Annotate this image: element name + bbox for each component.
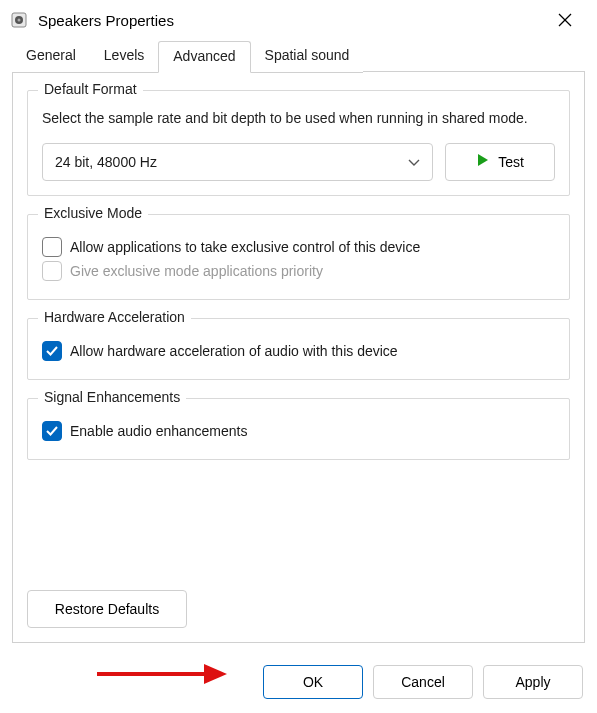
cancel-button[interactable]: Cancel — [373, 665, 473, 699]
sample-rate-combo[interactable]: 24 bit, 48000 Hz — [42, 143, 433, 181]
window-title: Speakers Properties — [38, 12, 543, 29]
tab-spatial[interactable]: Spatial sound — [251, 41, 364, 73]
dialog-footer: OK Cancel Apply — [0, 655, 597, 713]
svg-point-2 — [18, 19, 21, 22]
ok-label: OK — [303, 674, 323, 690]
properties-window: Speakers Properties General Levels Advan… — [0, 0, 597, 713]
allow-exclusive-checkbox[interactable] — [42, 237, 62, 257]
close-button[interactable] — [543, 4, 587, 36]
tab-general[interactable]: General — [12, 41, 90, 73]
allow-hw-row[interactable]: Allow hardware acceleration of audio wit… — [42, 341, 555, 361]
allow-hw-checkbox[interactable] — [42, 341, 62, 361]
tab-strip: General Levels Advanced Spatial sound — [12, 40, 585, 72]
sample-rate-value: 24 bit, 48000 Hz — [55, 154, 157, 170]
allow-exclusive-row[interactable]: Allow applications to take exclusive con… — [42, 237, 555, 257]
allow-exclusive-label: Allow applications to take exclusive con… — [70, 239, 420, 255]
give-priority-label: Give exclusive mode applications priorit… — [70, 263, 323, 279]
enable-enh-label: Enable audio enhancements — [70, 423, 247, 439]
default-format-description: Select the sample rate and bit depth to … — [42, 109, 555, 129]
svg-marker-5 — [478, 154, 488, 166]
group-hardware-accel: Hardware Acceleration Allow hardware acc… — [27, 318, 570, 380]
enable-enh-checkbox[interactable] — [42, 421, 62, 441]
tab-content-advanced: Default Format Select the sample rate an… — [12, 72, 585, 643]
allow-hw-label: Allow hardware acceleration of audio wit… — [70, 343, 398, 359]
restore-defaults-button[interactable]: Restore Defaults — [27, 590, 187, 628]
give-priority-checkbox — [42, 261, 62, 281]
legend-exclusive-mode: Exclusive Mode — [38, 205, 148, 221]
legend-hardware-accel: Hardware Acceleration — [38, 309, 191, 325]
group-signal-enh: Signal Enhancements Enable audio enhance… — [27, 398, 570, 460]
cancel-label: Cancel — [401, 674, 445, 690]
play-icon — [476, 153, 490, 170]
group-default-format: Default Format Select the sample rate an… — [27, 90, 570, 196]
tab-levels[interactable]: Levels — [90, 41, 158, 73]
give-priority-row: Give exclusive mode applications priorit… — [42, 261, 555, 281]
chevron-down-icon — [408, 154, 420, 170]
tab-advanced[interactable]: Advanced — [158, 41, 250, 73]
group-exclusive-mode: Exclusive Mode Allow applications to tak… — [27, 214, 570, 300]
test-button-label: Test — [498, 154, 524, 170]
ok-button[interactable]: OK — [263, 665, 363, 699]
legend-default-format: Default Format — [38, 81, 143, 97]
apply-label: Apply — [515, 674, 550, 690]
legend-signal-enh: Signal Enhancements — [38, 389, 186, 405]
test-button[interactable]: Test — [445, 143, 555, 181]
apply-button[interactable]: Apply — [483, 665, 583, 699]
enable-enh-row[interactable]: Enable audio enhancements — [42, 421, 555, 441]
titlebar: Speakers Properties — [0, 0, 597, 40]
speaker-icon — [10, 11, 28, 29]
restore-defaults-label: Restore Defaults — [55, 601, 159, 617]
